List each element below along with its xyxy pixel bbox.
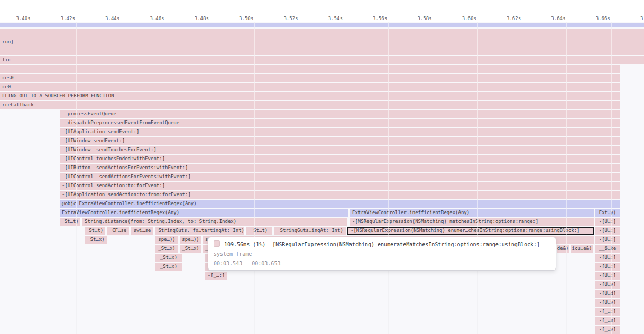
stack-row (0, 23, 644, 27)
tooltip-color-swatch (214, 240, 220, 247)
gridline-overlay (611, 22, 612, 334)
gridline-overlay (566, 22, 567, 334)
flame-segment[interactable] (0, 65, 620, 73)
stack-row: -[U…v] (0, 299, 644, 307)
gridline-overlay (210, 22, 210, 334)
call-stack-flame-area: run]ficces0ce0LLING_OUT_TO_A_SOURCE0_PER… (0, 0, 644, 334)
stack-row: -[UIApplication sendAction:to:from:forEv… (0, 191, 644, 199)
flame-segment[interactable]: -[U…d] (595, 290, 620, 298)
stack-row: ces0 (0, 74, 644, 82)
gridline-overlay (121, 22, 121, 334)
stack-row: ce0 (0, 83, 644, 91)
stack-row: fic (0, 56, 644, 64)
flame-segment[interactable]: _St…x) (155, 254, 182, 262)
flame-segment[interactable]: -[UIApplication sendEvent:] (60, 128, 620, 136)
flame-segment[interactable]: _St…x) (85, 236, 107, 244)
flame-segment[interactable]: -[U…:] (595, 227, 620, 235)
stack-row (0, 47, 644, 55)
instruments-flame-chart: 3.40s3.42s3.44s3.46s3.48s3.50s3.52s3.54s… (0, 0, 644, 334)
flame-segment[interactable]: __processEventQueue (60, 110, 620, 118)
stack-row: @objc ExtraViewController.inefficientReg… (0, 200, 644, 208)
stack-row (0, 29, 644, 38)
flame-segment[interactable]: fic (0, 56, 644, 64)
flame-segment[interactable]: -[U…:] (595, 218, 620, 226)
flame-segment[interactable]: __dispatchPreprocessedEventFromEventQueu… (60, 119, 620, 127)
flame-segment[interactable]: -[U…:] (595, 263, 620, 271)
flame-segment[interactable]: ce0 (0, 83, 620, 91)
segment-tooltip: 109.56ms (1%)-[NSRegularExpression(NSMat… (208, 237, 556, 271)
flame-segment[interactable]: ExtraViewController.inefficientRegex(Any… (60, 209, 348, 217)
flame-segment[interactable]: -[U…v] (595, 299, 620, 307)
flame-segment[interactable]: ces0 (0, 74, 620, 82)
flame-segment[interactable]: -[_…:] (595, 308, 620, 316)
stack-row: -[UIControl sendAction:to:forEvent:] (0, 182, 644, 190)
flame-segment[interactable]: -[_…:] (205, 272, 227, 280)
flame-segment[interactable]: _StringGuts._fo…tartingAt: Int) (155, 227, 244, 235)
gridline-overlay (477, 22, 478, 334)
flame-segment[interactable]: -[_…s] (595, 317, 620, 325)
flame-segment[interactable]: _St…x) (155, 245, 178, 253)
flame-segment[interactable]: -[UIControl _sendActionsForEvents:withEv… (60, 173, 620, 181)
gridline-overlay (32, 22, 32, 334)
gridline-overlay (344, 22, 344, 334)
flame-segment[interactable]: _St…x) (180, 245, 201, 253)
flame-segment[interactable]: -[UIWindow _sendTouchesForEvent:] (60, 146, 620, 154)
flame-segment[interactable] (0, 29, 644, 38)
flame-segment[interactable] (0, 23, 644, 27)
stack-row: -[U…d] (0, 290, 644, 298)
stack-row: -[_…s] (0, 317, 644, 325)
flame-segment[interactable]: -[U…:] (595, 254, 620, 262)
flame-segment[interactable]: _St…x) (155, 263, 182, 271)
flame-segment[interactable]: -[U…:] (595, 236, 620, 244)
stack-row: -[UIControl touchesEnded:withEvent:] (0, 155, 644, 163)
stack-row: -[UIButton _sendActionsForEvents:withEve… (0, 164, 644, 172)
stack-row: -[U…v] (0, 281, 644, 289)
flame-segment[interactable]: swi…se (131, 227, 153, 235)
tooltip-frame-type: system frame (214, 249, 550, 259)
flame-segment[interactable]: _St…t) (60, 218, 80, 226)
flame-segment[interactable]: -[UIControl sendAction:to:forEvent:] (60, 182, 620, 190)
stack-row: rceCallback (0, 101, 644, 109)
flame-segment[interactable]: -[U…:] (595, 272, 620, 280)
gridline-overlay (165, 22, 165, 334)
stack-row: __dispatchPreprocessedEventFromEventQueu… (0, 119, 644, 127)
tooltip-time-range: 00:03.543 — 00:03.653 (214, 259, 550, 268)
stack-row (0, 65, 644, 73)
stack-row: -[_…v] (0, 326, 644, 334)
flame-segment[interactable] (0, 47, 644, 55)
flame-segment[interactable]: -[U…v] (595, 281, 620, 289)
flame-segment[interactable]: de&) (557, 245, 569, 253)
flame-segment[interactable]: _StringGuts…ingAt: Int) (274, 227, 346, 235)
flame-segment[interactable]: -[UIControl touchesEnded:withEvent:] (60, 155, 620, 163)
stack-row: -[_…:]-[U…:] (0, 272, 644, 280)
flame-segment[interactable]: _CF…se (107, 227, 129, 235)
flame-segment[interactable]: -[UIWindow sendEvent:] (60, 137, 620, 145)
flame-segment[interactable]: @objc ExtraViewController.inefficientReg… (60, 200, 620, 208)
flame-segment[interactable]: spe…)) (155, 236, 178, 244)
flame-segment[interactable]: String.distance(from: String.Index, to: … (82, 218, 347, 226)
gridline-overlay (299, 22, 299, 334)
stack-row: __processEventQueue (0, 110, 644, 118)
flame-segment[interactable]: rceCallback (0, 101, 620, 109)
flame-segment[interactable]: Ext…y) (595, 209, 620, 217)
stack-row: -[UIControl _sendActionsForEvents:withEv… (0, 173, 644, 181)
flame-segment[interactable]: icu…e&) (571, 245, 593, 253)
stack-row: _St…t)String.distance(from: String.Index… (0, 218, 644, 226)
stack-row: -[UIApplication sendEvent:] (0, 128, 644, 136)
flame-segment[interactable]: -[NSRegularExpression(NSMatching) matche… (350, 218, 594, 226)
flame-segment[interactable]: LLING_OUT_TO_A_SOURCE0_PERFORM_FUNCTION_… (0, 92, 620, 100)
gridline-overlay (433, 22, 433, 334)
flame-segment[interactable]: _St…t) (246, 227, 272, 235)
tooltip-duration: 109.56ms (1%) (224, 242, 265, 247)
flame-segment[interactable]: -[UIApplication sendAction:to:from:forEv… (60, 191, 620, 199)
flame-segment[interactable]: spe…)) (180, 236, 201, 244)
gridline-overlay (76, 22, 77, 334)
flame-segment[interactable]: -[UIButton _sendActionsForEvents:withEve… (60, 164, 620, 172)
flame-segment[interactable]: -[_…v] (595, 326, 620, 334)
selected-flame-segment[interactable]: -[NSRegularExpression(NSMatching) enumer… (347, 227, 594, 235)
stack-row: LLING_OUT_TO_A_SOURCE0_PERFORM_FUNCTION_… (0, 92, 644, 100)
flame-segment[interactable]: _St…t) (85, 227, 105, 235)
flame-segment[interactable]: ExtraViewController.inefficientRegex(Any… (350, 209, 594, 217)
flame-segment[interactable]: run] (0, 38, 644, 47)
flame-segment[interactable]: __6…ke (595, 245, 620, 253)
